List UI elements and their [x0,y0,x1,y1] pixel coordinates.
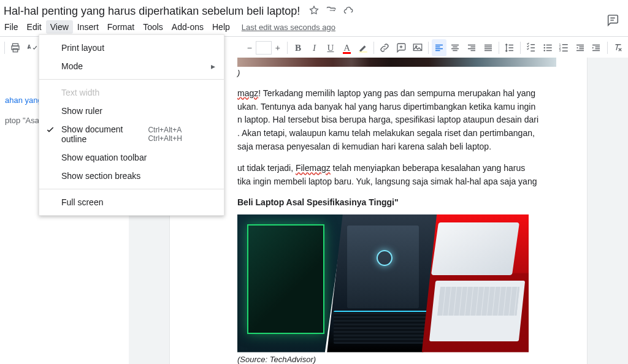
menu-tools[interactable]: Tools [139,20,167,34]
menu-format[interactable]: Format [103,20,139,34]
svg-rect-10 [546,47,552,48]
align-right-button[interactable] [464,39,480,56]
move-icon[interactable] [326,5,337,18]
view-mode-label: Mode [61,61,83,71]
document-page: ) magz! Terkadang memilih laptop yang pa… [170,58,587,364]
svg-rect-16 [562,47,568,48]
font-size-decrease[interactable]: − [243,41,256,55]
article-laptop-image[interactable] [237,214,529,352]
font-size-control: − + [243,41,284,55]
laptop-alienware-panel [327,214,439,352]
toolbar-separator [373,42,374,54]
view-show-ruler[interactable]: Show ruler [39,102,224,120]
print-button[interactable] [8,39,23,56]
last-edit-link[interactable]: Last edit was seconds ago [242,23,335,32]
spellcheck-button[interactable] [24,39,39,56]
toolbar-separator [607,42,608,54]
menu-file[interactable]: File [0,20,23,34]
toolbar-separator [4,42,5,54]
text-filemagz-1: magz [237,88,258,98]
text-filemagz-2: Filemagz [296,163,331,173]
article-body[interactable]: magz! Terkadang memilih laptop yang pas … [237,87,550,189]
text-color-button[interactable]: A [339,39,354,56]
toolbar-separator [287,42,288,54]
svg-rect-3 [359,51,367,53]
check-icon [45,125,55,135]
italic-button[interactable]: I [307,39,322,56]
insert-image-button[interactable] [410,39,425,56]
view-show-document-outline[interactable]: Show document outline Ctrl+Alt+A Ctrl+Al… [39,120,224,148]
article-hero-image[interactable] [237,58,556,67]
laptop-rog-panel [422,214,529,352]
cloud-status-icon[interactable] [343,5,354,18]
paragraph-1: magz! Terkadang memilih laptop yang pas … [237,87,550,153]
svg-text:3: 3 [559,48,561,52]
toolbar-separator [520,42,521,54]
svg-rect-11 [546,50,552,51]
view-text-width: Text width [39,83,224,102]
view-show-section-breaks[interactable]: Show section breaks [39,167,224,185]
align-center-button[interactable] [448,39,463,56]
increase-indent-button[interactable] [589,39,604,56]
menu-addons[interactable]: Add-ons [167,20,208,34]
view-show-equation-toolbar[interactable]: Show equation toolbar [39,148,224,167]
checklist-button[interactable] [524,39,539,56]
font-size-increase[interactable]: + [272,41,284,55]
underline-button[interactable]: U [323,39,339,56]
title-actions [308,5,354,18]
submenu-arrow-icon: ▸ [211,61,215,71]
svg-rect-17 [562,51,568,52]
insert-link-button[interactable] [377,39,392,56]
toolbar-separator [499,42,499,54]
view-print-layout[interactable]: Print layout [39,39,224,57]
view-menu-dropdown: Print layout Mode ▸ Text width Show rule… [39,34,224,216]
heading-beli-laptop: Beli Laptop Asal Spesifikasinya Tinggi" [237,197,550,207]
svg-rect-2 [13,49,18,52]
font-size-input[interactable] [256,41,272,55]
svg-rect-15 [562,44,568,45]
view-outline-shortcut: Ctrl+Alt+A Ctrl+Alt+H [148,126,215,143]
svg-point-7 [543,47,545,48]
decrease-indent-button[interactable] [573,39,588,56]
line-spacing-button[interactable] [502,39,518,56]
paragraph-2: ut tidak terjadi, Filemagz telah menyiap… [237,162,550,188]
laptop-razer-panel [237,214,344,352]
svg-rect-9 [546,45,552,46]
clear-formatting-button[interactable] [611,39,626,56]
menu-insert[interactable]: Insert [73,20,103,34]
align-justify-button[interactable] [480,39,496,56]
toolbar-separator [428,42,429,54]
svg-point-8 [543,50,545,51]
bold-button[interactable]: B [291,39,306,56]
add-comment-button[interactable] [394,39,409,56]
highlight-color-button[interactable] [356,39,371,56]
document-title[interactable]: Hal-hal penting yang harus diperhatikan … [0,4,304,19]
hero-caption: ) [237,68,550,77]
view-mode[interactable]: Mode ▸ [39,57,224,75]
menu-help[interactable]: Help [208,20,234,34]
bulleted-list-button[interactable] [540,39,556,56]
star-icon[interactable] [308,5,320,18]
title-bar: Hal-hal penting yang harus diperhatikan … [0,0,628,20]
menu-edit[interactable]: Edit [23,20,46,34]
view-full-screen[interactable]: Full screen [39,193,224,211]
menu-view[interactable]: View [46,20,73,34]
align-left-button[interactable] [432,39,447,56]
view-show-outline-label: Show document outline [61,124,148,144]
svg-point-6 [543,44,545,45]
laptop-image-caption: (Source: TechAdvisor) [237,355,550,364]
dropdown-separator [39,79,224,80]
open-comments-icon[interactable] [606,13,619,29]
numbered-list-button[interactable]: 123 [556,39,572,56]
dropdown-separator [39,189,224,189]
